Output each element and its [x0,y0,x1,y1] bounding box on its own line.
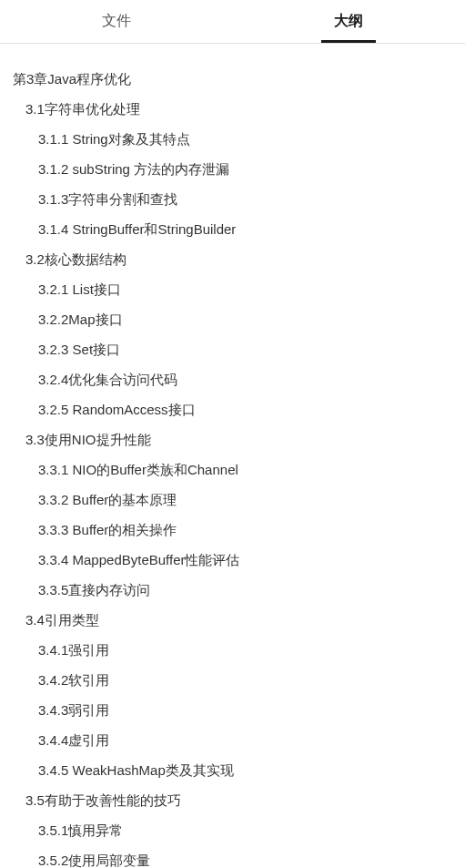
outline-item-label: 3.2.4优化集合访问代码 [38,372,177,387]
outline-item-label: 3.1.2 subString 方法的内存泄漏 [38,161,229,177]
outline-item[interactable]: 3.2.2Map接口 [13,304,452,334]
outline-item[interactable]: 3.3.2 Buffer的基本原理 [13,485,452,515]
outline-item[interactable]: 3.3使用NIO提升性能 [13,424,452,454]
outline-item[interactable]: 3.1字符串优化处理 [13,94,452,124]
outline-item[interactable]: 第3章Java程序优化 [13,64,452,94]
outline-item-label: 3.3.4 MappedByteBuffer性能评估 [38,552,240,567]
outline-item[interactable]: 3.4.5 WeakHashMap类及其实现 [13,755,452,785]
outline-item-label: 3.2.1 List接口 [38,281,121,297]
outline-item-label: 3.3.3 Buffer的相关操作 [38,522,177,537]
outline-item-label: 3.4.1强引用 [38,642,109,658]
outline-item-label: 3.1.4 StringBuffer和StringBuilder [38,221,236,237]
outline-item-label: 3.4引用类型 [25,612,99,628]
outline-item[interactable]: 3.1.2 subString 方法的内存泄漏 [13,154,452,184]
outline-item-label: 3.2.3 Set接口 [38,342,120,357]
tab-file-label: 文件 [102,12,131,31]
outline-item-label: 3.1.1 String对象及其特点 [38,131,190,147]
outline-item[interactable]: 3.4.4虚引用 [13,725,452,755]
outline-item[interactable]: 3.5.2使用局部变量 [13,845,452,868]
outline-item-label: 3.3使用NIO提升性能 [25,432,151,447]
outline-item[interactable]: 3.1.4 StringBuffer和StringBuilder [13,214,452,244]
outline-item[interactable]: 3.4引用类型 [13,605,452,635]
outline-item[interactable]: 3.1.1 String对象及其特点 [13,124,452,154]
outline-item[interactable]: 3.2.5 RandomAccess接口 [13,394,452,424]
outline-item-label: 3.3.5直接内存访问 [38,582,150,597]
outline-item-label: 3.1字符串优化处理 [25,101,140,117]
outline-item-label: 3.4.3弱引用 [38,702,109,718]
outline-item[interactable]: 3.4.2软引用 [13,665,452,695]
tab-outline[interactable]: 大纲 [233,0,466,43]
tab-file[interactable]: 文件 [0,0,233,43]
outline-item-label: 3.2.2Map接口 [38,311,123,327]
outline-item-label: 3.5有助于改善性能的技巧 [25,792,181,808]
outline-item[interactable]: 3.4.3弱引用 [13,695,452,725]
tab-bar: 文件 大纲 [0,0,465,44]
outline-item[interactable]: 3.2.1 List接口 [13,274,452,304]
outline-item-label: 3.2核心数据结构 [25,251,126,267]
outline-item[interactable]: 3.3.4 MappedByteBuffer性能评估 [13,545,452,575]
outline-panel: 第3章Java程序优化3.1字符串优化处理3.1.1 String对象及其特点3… [0,44,465,868]
tab-outline-label: 大纲 [334,12,363,31]
outline-item-label: 3.4.2软引用 [38,672,109,688]
outline-item-label: 3.3.2 Buffer的基本原理 [38,492,177,507]
outline-item[interactable]: 3.1.3字符串分割和查找 [13,184,452,214]
outline-item-label: 3.1.3字符串分割和查找 [38,191,177,207]
outline-item[interactable]: 3.2核心数据结构 [13,244,452,274]
outline-item-label: 第3章Java程序优化 [13,71,131,87]
outline-item[interactable]: 3.4.1强引用 [13,635,452,665]
outline-item[interactable]: 3.2.4优化集合访问代码 [13,364,452,394]
outline-item-label: 3.2.5 RandomAccess接口 [38,402,196,417]
outline-item[interactable]: 3.3.1 NIO的Buffer类族和Channel [13,454,452,485]
outline-item-label: 3.4.4虚引用 [38,732,109,748]
outline-item-label: 3.4.5 WeakHashMap类及其实现 [38,762,234,778]
outline-item-label: 3.5.2使用局部变量 [38,853,150,868]
outline-item[interactable]: 3.3.3 Buffer的相关操作 [13,515,452,545]
outline-item[interactable]: 3.3.5直接内存访问 [13,575,452,605]
outline-item-label: 3.5.1慎用异常 [38,822,123,838]
outline-item[interactable]: 3.5有助于改善性能的技巧 [13,785,452,815]
outline-item[interactable]: 3.5.1慎用异常 [13,815,452,845]
outline-item[interactable]: 3.2.3 Set接口 [13,334,452,364]
outline-item-label: 3.3.1 NIO的Buffer类族和Channel [38,462,238,477]
